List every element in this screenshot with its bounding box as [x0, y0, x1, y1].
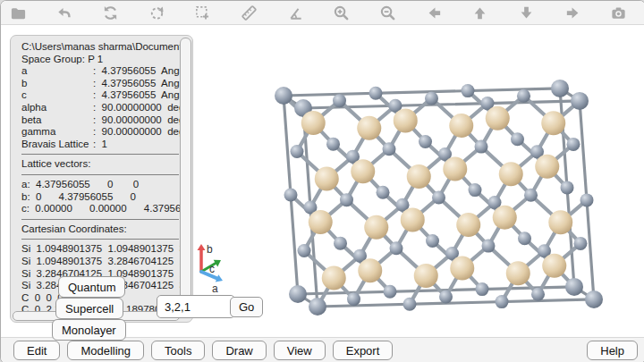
- arrow-down-icon[interactable]: [515, 2, 538, 23]
- undo-icon[interactable]: [53, 2, 76, 23]
- rotate-ccw-icon[interactable]: [98, 2, 122, 23]
- separator: [21, 239, 179, 240]
- info-line: Bravais Lattice: 1: [21, 139, 180, 151]
- folder-icon[interactable]: [6, 2, 30, 23]
- menu-modelling-button[interactable]: Modelling: [67, 341, 144, 360]
- menu-export-button[interactable]: Export: [333, 341, 394, 360]
- info-line: b: 0 4.37956055 0: [21, 191, 180, 204]
- menu-draw-button[interactable]: Draw: [212, 341, 266, 360]
- help-button[interactable]: Help: [587, 341, 638, 360]
- menu-edit-button[interactable]: Edit: [13, 341, 60, 360]
- info-line: Si 1.0948901375 1.0948901375 3.284670412…: [21, 243, 180, 256]
- info-line: a: 4.37956055 Ang: [21, 65, 180, 78]
- ruler-icon[interactable]: [237, 2, 260, 23]
- zoom-out-icon[interactable]: [377, 2, 400, 23]
- info-line: alpha: 90.00000000 deg: [21, 102, 180, 114]
- separator: [21, 174, 179, 175]
- arrow-left-icon[interactable]: [422, 2, 445, 23]
- info-line: beta: 90.00000000 deg: [21, 114, 180, 127]
- info-line: C:\Users\manas sharma\Documents\: [21, 41, 180, 54]
- arrow-up-icon[interactable]: [469, 2, 492, 23]
- info-line: c: 0.00000 0.00000 4.37956: [21, 203, 180, 215]
- info-line: a: 4.37956055 0 0: [21, 179, 180, 191]
- menu-tools-button[interactable]: Tools: [151, 341, 205, 360]
- app-window: bca C:\Users\manas sharma\Documents\Spac…: [0, 0, 644, 362]
- menu-view-button[interactable]: View: [274, 341, 326, 360]
- separator: [21, 219, 179, 220]
- info-line: b: 4.37956055 Ang: [21, 78, 180, 90]
- camera-icon[interactable]: [607, 2, 631, 23]
- info-line: gamma: 90.00000000 deg: [21, 126, 180, 139]
- menu-item-supercell[interactable]: Supercell: [55, 298, 123, 319]
- rotate-cw-icon[interactable]: [145, 2, 168, 23]
- go-button[interactable]: Go: [230, 297, 263, 317]
- menubar: EditModellingToolsDrawViewExport Help: [1, 337, 644, 362]
- select-area-icon[interactable]: [191, 2, 215, 23]
- separator: [21, 154, 179, 155]
- menu-group: EditModellingToolsDrawViewExport: [6, 341, 393, 360]
- supercell-dimensions-input[interactable]: [157, 295, 235, 318]
- svg-text:a: a: [212, 282, 218, 295]
- zoom-in-icon[interactable]: [330, 2, 353, 23]
- toolbar: [1, 1, 644, 25]
- menu-item-quantum[interactable]: Quantum: [58, 276, 125, 298]
- info-line: Space Group: P 1: [21, 54, 180, 66]
- info-line: Cartesian Coordinates:: [21, 223, 180, 236]
- info-line: c: 4.37956055 Ang: [21, 89, 180, 102]
- vertical-scrollbar[interactable]: [180, 38, 191, 313]
- angle-icon[interactable]: [284, 2, 307, 23]
- info-line: Lattice vectors:: [21, 158, 180, 171]
- svg-text:b: b: [207, 243, 213, 256]
- svg-text:c: c: [209, 263, 215, 275]
- arrow-right-icon[interactable]: [561, 2, 584, 23]
- menu-item-monolayer[interactable]: Monolayer: [52, 319, 126, 341]
- info-line: Si 1.0948901375 3.2846704125 1.094890137…: [21, 256, 180, 268]
